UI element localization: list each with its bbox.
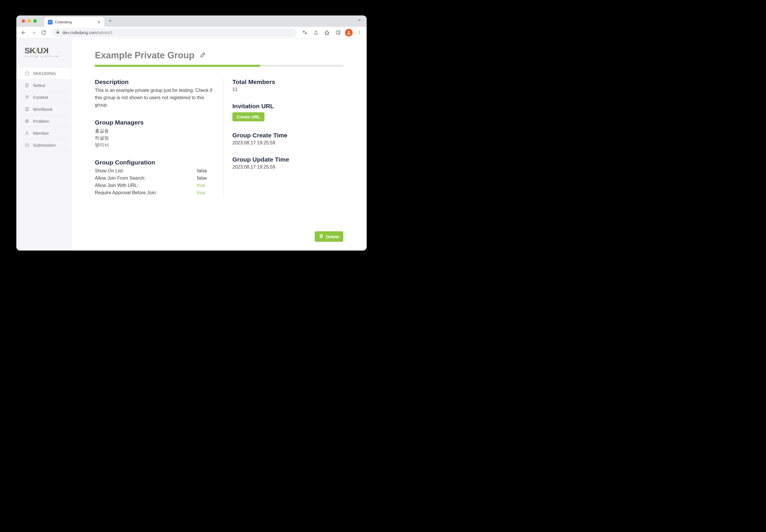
config-label: Show On List:	[95, 167, 124, 175]
create-time-value: 2023.08.17 19:25:59	[232, 140, 343, 146]
edit-icon[interactable]	[200, 52, 206, 59]
sidebar-nav: SKKUDING Notice Contest Workbook Problem	[16, 67, 71, 151]
managers-heading: Group Managers	[95, 119, 215, 126]
logo-text-right: KU	[37, 46, 48, 55]
logo[interactable]: SK/KU coding platform	[16, 44, 71, 63]
manager-name: 홍길동	[95, 127, 215, 134]
config-label: Allow Join From Search:	[95, 175, 145, 182]
browser-window: Codedang ✕ ＋ dev.codedang.com/admin/2	[16, 15, 367, 251]
columns: Description This is an example private g…	[95, 78, 343, 197]
tab-bar: Codedang ✕ ＋	[16, 15, 367, 27]
nav-forward-button[interactable]	[29, 28, 38, 37]
panel-icon[interactable]	[334, 29, 342, 37]
svg-point-5	[348, 31, 349, 32]
bookmark-star-icon[interactable]	[323, 29, 331, 37]
svg-point-6	[359, 31, 360, 31]
home-icon	[25, 71, 29, 76]
create-url-button[interactable]: Create URL	[232, 112, 265, 121]
trophy-icon	[25, 95, 29, 100]
svg-point-7	[359, 32, 360, 33]
window-minimize-button[interactable]	[27, 19, 31, 23]
config-value: true	[197, 189, 215, 197]
svg-rect-15	[26, 107, 28, 111]
config-section: Group Configuration Show On List:falseAl…	[95, 159, 215, 196]
update-time-section: Group Update Time 2023.08.17 19:25:59	[232, 156, 343, 170]
members-heading: Total Members	[232, 78, 343, 85]
config-row: Allow Join From Search:false	[95, 175, 215, 182]
create-time-section: Group Create Time 2023.08.17 19:25:59	[232, 132, 343, 146]
window-close-button[interactable]	[22, 19, 25, 23]
manager-name: 하설빙	[95, 134, 215, 141]
config-value: false	[197, 167, 215, 175]
nav-reload-button[interactable]	[39, 28, 48, 37]
description-text: This is an example private group just fo…	[95, 87, 215, 109]
browser-tab[interactable]: Codedang ✕	[44, 17, 104, 27]
tab-close-button[interactable]: ✕	[97, 20, 101, 25]
page-title: Example Private Group	[95, 50, 195, 61]
kebab-menu-icon[interactable]	[356, 29, 364, 37]
footer-actions: Delete	[95, 217, 343, 242]
workbook-icon	[25, 107, 29, 112]
page-header: Example Private Group	[95, 50, 343, 65]
config-label: Require Approval Before Join:	[95, 189, 157, 197]
address-bar: dev.codedang.com/admin/2	[16, 27, 367, 39]
toolbar-icons	[301, 29, 364, 37]
members-section: Total Members 11	[232, 78, 343, 92]
svg-point-20	[26, 132, 28, 133]
sidebar-item-submission[interactable]: Submission	[16, 139, 71, 151]
sidebar-item-label: SKKUDING	[33, 71, 56, 76]
sidebar-item-label: Submission	[33, 143, 56, 148]
members-value: 11	[232, 87, 343, 92]
logo-text-left: SK	[25, 46, 35, 55]
managers-section: Group Managers 홍길동하설빙방미서	[95, 119, 215, 148]
logo-slash: /	[35, 46, 37, 55]
sidebar-item-label: Problem	[33, 119, 49, 124]
delete-label: Delete	[326, 234, 339, 239]
sidebar-item-label: Member	[33, 131, 49, 136]
sidebar-item-notice[interactable]: Notice	[16, 79, 71, 91]
config-heading: Group Configuration	[95, 159, 215, 166]
share-icon[interactable]	[312, 29, 320, 37]
document-icon	[25, 83, 29, 88]
code-icon	[25, 143, 29, 148]
sidebar-item-label: Workbook	[33, 107, 53, 112]
globe-icon	[25, 119, 29, 124]
lock-icon	[56, 30, 59, 35]
sidebar-item-problem[interactable]: Problem	[16, 115, 71, 127]
description-heading: Description	[95, 78, 215, 85]
url-input[interactable]: dev.codedang.com/admin/2	[52, 28, 297, 37]
manager-list: 홍길동하설빙방미서	[95, 127, 215, 148]
config-row: Require Approval Before Join:true	[95, 189, 215, 197]
config-label: Allow Join With URL:	[95, 182, 138, 189]
traffic-lights	[22, 19, 37, 23]
tabs-dropdown-icon[interactable]	[357, 18, 361, 23]
sidebar-item-label: Contest	[33, 95, 48, 100]
update-time-heading: Group Update Time	[232, 156, 343, 163]
config-value: true	[197, 182, 215, 189]
update-time-value: 2023.08.17 19:25:59	[232, 165, 343, 170]
invitation-heading: Invitation URL	[232, 103, 343, 110]
svg-point-8	[359, 34, 360, 34]
config-value: false	[197, 175, 215, 182]
nav-back-button[interactable]	[19, 28, 28, 37]
sidebar: SK/KU coding platform SKKUDING Notice Co…	[16, 39, 71, 251]
user-icon	[25, 131, 29, 136]
sidebar-item-workbook[interactable]: Workbook	[16, 103, 71, 115]
translate-icon[interactable]	[301, 29, 309, 37]
config-table: Show On List:falseAllow Join From Search…	[95, 167, 215, 196]
sidebar-item-contest[interactable]: Contest	[16, 91, 71, 103]
config-row: Show On List:false	[95, 167, 215, 175]
svg-marker-2	[325, 30, 329, 35]
profile-avatar[interactable]	[345, 29, 353, 36]
sidebar-item-member[interactable]: Member	[16, 127, 71, 139]
new-tab-button[interactable]: ＋	[108, 18, 112, 24]
delete-button[interactable]: Delete	[315, 231, 343, 242]
progress-fill	[95, 65, 260, 67]
trash-icon	[319, 234, 324, 239]
left-column: Description This is an example private g…	[95, 78, 224, 197]
config-row: Allow Join With URL:true	[95, 182, 215, 189]
sidebar-item-skkuding[interactable]: SKKUDING	[16, 67, 71, 79]
favicon-icon	[48, 20, 53, 25]
svg-rect-3	[336, 31, 340, 34]
window-maximize-button[interactable]	[33, 19, 37, 23]
